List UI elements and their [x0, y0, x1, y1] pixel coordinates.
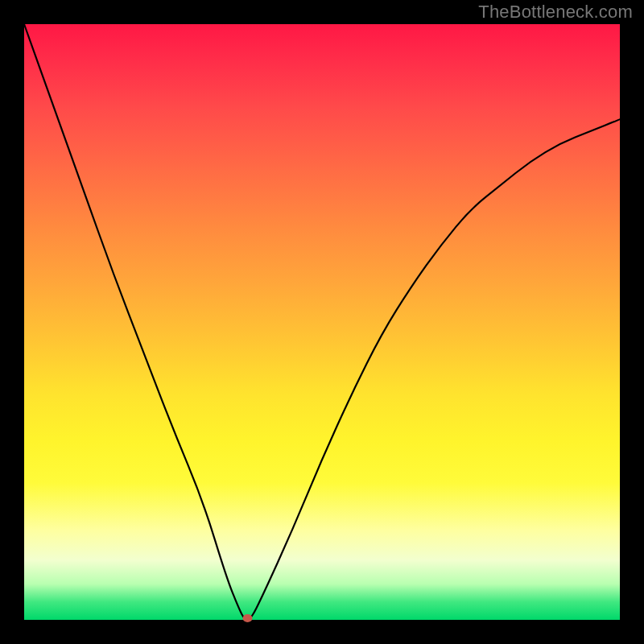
- optimal-marker: [243, 614, 253, 622]
- plot-area: [24, 24, 620, 620]
- bottleneck-curve: [24, 24, 620, 620]
- chart-frame: TheBottleneck.com: [0, 0, 644, 644]
- curve-svg: [24, 24, 620, 620]
- watermark-text: TheBottleneck.com: [478, 2, 633, 23]
